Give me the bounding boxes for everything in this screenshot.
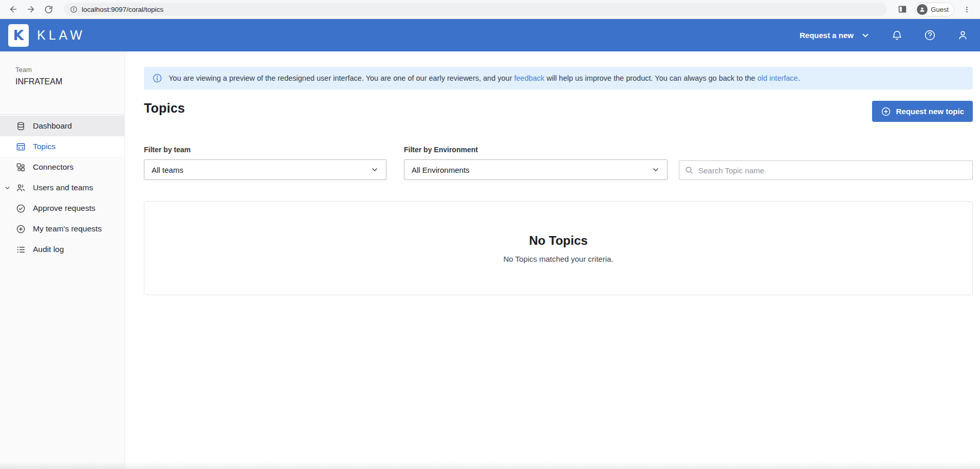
request-a-new-menu[interactable]: Request a new [800, 31, 870, 40]
help-button[interactable] [923, 29, 936, 42]
browser-profile-chip[interactable]: Guest [915, 3, 954, 16]
filter-by-environment-label: Filter by Environment [404, 146, 668, 154]
back-arrow-icon [9, 5, 18, 14]
request-new-topic-button[interactable]: Request new topic [872, 101, 973, 122]
topic-search [679, 160, 973, 180]
sidebar-item-label: Connectors [33, 163, 73, 172]
filter-by-team-label: Filter by team [144, 146, 386, 154]
address-bar[interactable]: localhost:9097/coral/topics [64, 3, 887, 16]
klaw-logo-letter: K [13, 27, 24, 43]
sidebar-item-audit-log[interactable]: Audit log [0, 239, 124, 260]
klaw-logo[interactable]: K [8, 24, 29, 47]
chevron-down-icon [652, 166, 660, 174]
empty-state-message: No Topics matched your criteria. [504, 255, 614, 263]
dashboard-icon [15, 121, 26, 132]
browser-back-button[interactable] [6, 2, 21, 16]
chevron-down-icon [371, 166, 379, 174]
main-content: You are viewing a preview of the redesig… [125, 51, 980, 469]
sidebar-item-label: Dashboard [33, 121, 72, 131]
kebab-menu-icon [963, 6, 971, 13]
empty-state: No Topics No Topics matched your criteri… [144, 201, 973, 295]
sidebar-item-topics[interactable]: Topics [0, 136, 124, 157]
page-title: Topics [144, 101, 185, 116]
side-panel-icon [898, 5, 907, 13]
avatar-person-icon [919, 6, 926, 13]
search-topic-input[interactable] [679, 160, 973, 180]
question-circle-icon [924, 29, 936, 41]
browser-forward-button[interactable] [24, 2, 38, 16]
profile-button[interactable] [956, 29, 969, 42]
side-panel-button[interactable] [895, 2, 910, 16]
request-a-new-label: Request a new [800, 31, 854, 40]
plus-circle-icon [15, 224, 26, 234]
banner-text: You are viewing a preview of the redesig… [169, 74, 800, 82]
feedback-link[interactable]: feedback [514, 74, 545, 82]
banner-text-part3: . [798, 74, 800, 82]
page-info-icon[interactable] [70, 6, 78, 13]
check-circle-icon [15, 203, 26, 214]
sidebar-item-label: Topics [33, 142, 56, 151]
url-text[interactable]: localhost:9097/coral/topics [82, 6, 163, 13]
sidebar-item-label: Approve requests [33, 204, 96, 213]
preview-banner: You are viewing a preview of the redesig… [144, 67, 973, 89]
sidebar-item-label: My team's requests [33, 224, 102, 233]
sidebar-item-label: Users and teams [33, 183, 93, 192]
forward-arrow-icon [26, 5, 35, 14]
team-filter-value: All teams [152, 166, 183, 174]
empty-state-title: No Topics [529, 233, 587, 248]
old-interface-link[interactable]: old interface [757, 74, 798, 82]
environment-filter-value: All Environments [412, 166, 470, 174]
sidebar: Team INFRATEAM Dashboard Topics [0, 51, 125, 469]
team-name: INFRATEAM [15, 77, 109, 86]
topics-icon [15, 141, 26, 152]
bell-icon [891, 29, 903, 41]
refresh-icon [44, 5, 53, 14]
info-icon [152, 73, 162, 83]
profile-name: Guest [931, 6, 949, 13]
app-header: K KLAW Request a new [0, 19, 980, 51]
sidebar-item-my-teams-requests[interactable]: My team's requests [0, 219, 124, 239]
browser-menu-button[interactable] [959, 2, 974, 16]
chevron-down-icon[interactable] [4, 184, 11, 191]
connectors-icon [15, 162, 26, 173]
banner-text-part2: will help us improve the product. You ca… [544, 74, 757, 82]
plus-circle-icon [881, 106, 891, 117]
sidebar-item-approve-requests[interactable]: Approve requests [0, 198, 124, 219]
request-new-topic-label: Request new topic [896, 107, 964, 116]
sidebar-nav: Dashboard Topics Connectors [0, 115, 124, 260]
chevron-down-icon [861, 31, 870, 40]
users-icon [15, 183, 26, 193]
notifications-button[interactable] [891, 29, 903, 42]
user-icon [957, 29, 969, 41]
sidebar-item-connectors[interactable]: Connectors [0, 157, 124, 177]
environment-filter-select[interactable]: All Environments [404, 159, 668, 180]
team-label: Team [15, 66, 109, 74]
browser-toolbar: localhost:9097/coral/topics Guest [0, 0, 980, 19]
team-block: Team INFRATEAM [0, 51, 124, 114]
list-icon [15, 244, 26, 255]
search-icon [685, 166, 694, 175]
banner-text-part1: You are viewing a preview of the redesig… [169, 74, 514, 82]
sidebar-item-label: Audit log [33, 245, 64, 254]
brand-wordmark: KLAW [37, 28, 85, 43]
sidebar-item-users-and-teams[interactable]: Users and teams [0, 177, 124, 198]
profile-avatar [917, 4, 928, 15]
browser-refresh-button[interactable] [41, 2, 56, 16]
sidebar-item-dashboard[interactable]: Dashboard [0, 116, 124, 136]
team-filter-select[interactable]: All teams [144, 159, 386, 180]
